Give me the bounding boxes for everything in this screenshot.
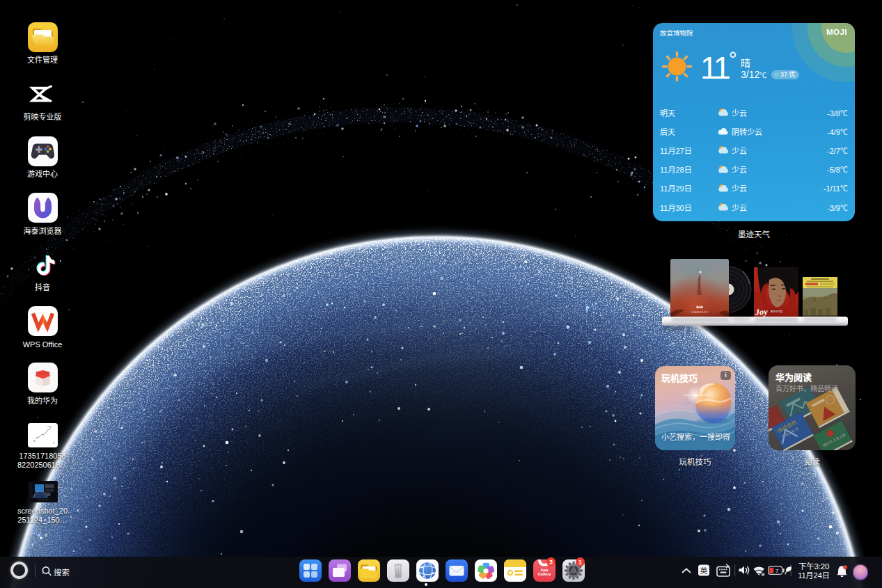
svg-text:Joy: Joy bbox=[754, 307, 768, 317]
svg-text:英: 英 bbox=[700, 566, 708, 575]
svg-text:HUAWEI MUSIC: HUAWEI MUSIC bbox=[691, 311, 708, 314]
svg-text:App: App bbox=[541, 568, 549, 572]
svg-text:7: 7 bbox=[775, 568, 779, 574]
svg-text:Gallery: Gallery bbox=[538, 572, 552, 576]
svg-text:周杰伦作品: 周杰伦作品 bbox=[771, 310, 783, 313]
